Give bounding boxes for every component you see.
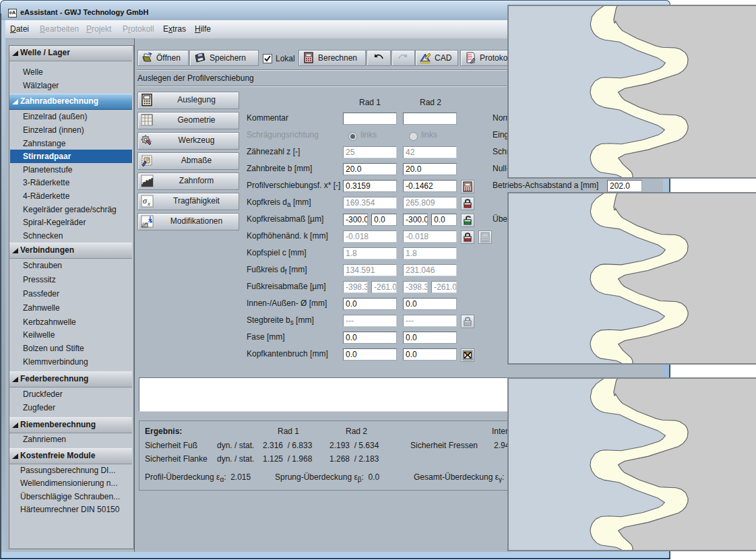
- svg-text:x: x: [147, 200, 150, 207]
